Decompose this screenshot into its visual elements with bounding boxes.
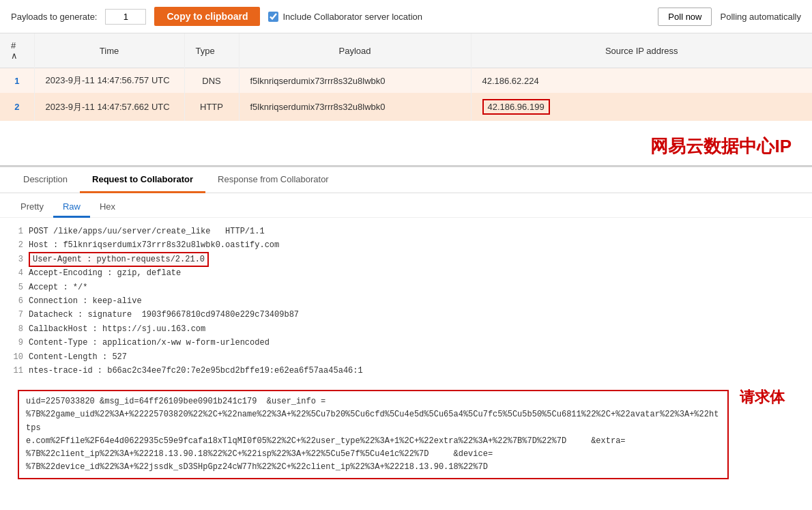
detail-panel: Description Request to Collaborator Resp… <box>0 167 812 487</box>
line-number: 7 <box>11 308 23 322</box>
cell-num: 1 <box>0 68 34 94</box>
col-header-num: # ∧ <box>0 33 34 68</box>
code-line: 5Accept : */* <box>11 281 801 294</box>
cell-num: 2 <box>0 93 34 121</box>
tab-response-from-collaborator[interactable]: Response from Collaborator <box>205 167 341 193</box>
line-text: Content-Type : application/x-ww w-form-u… <box>29 336 270 350</box>
code-line: 9Content-Type : application/x-ww w-form-… <box>11 336 801 350</box>
payloads-label: Payloads to generate: <box>11 12 97 22</box>
cell-source-ip: 42.186.96.199 <box>471 93 812 121</box>
line-text: Content-Length : 527 <box>29 350 127 364</box>
sub-tab-pretty[interactable]: Pretty <box>11 197 53 218</box>
code-line: 1POST /like/apps/uu/server/create_like H… <box>11 225 801 238</box>
code-line: 11ntes-trace-id : b66ac2c34ee7fc20:7e2e9… <box>11 364 801 378</box>
request-body-box: uid=2257033820 &msg_id=64ff26109bee0901b… <box>18 390 729 479</box>
line-number: 4 <box>11 266 23 280</box>
cell-payload: f5lknriqserdumix73rrr8s32u8lwbk0 <box>239 68 471 94</box>
code-line: 3User-Agent : python-requests/2.21.0 <box>11 253 801 266</box>
code-line: 2Host : f5lknriqserdumix73rrr8s32u8lwbk0… <box>11 238 801 252</box>
detail-tab-bar: Description Request to Collaborator Resp… <box>0 167 812 193</box>
cell-time: 2023-9月-11 14:47:56.757 UTC <box>34 68 184 94</box>
col-header-payload: Payload <box>239 33 471 68</box>
toolbar: Payloads to generate: Copy to clipboard … <box>0 0 812 33</box>
cell-payload: f5lknriqserdumix73rrr8s32u8lwbk0 <box>239 93 471 121</box>
line-number: 6 <box>11 294 23 308</box>
sub-tab-raw[interactable]: Raw <box>53 197 90 218</box>
annotation-ip: 网易云数据中心IP <box>0 121 812 165</box>
annotation-body: 请求体 <box>740 387 812 412</box>
col-header-source: Source IP address <box>471 33 812 68</box>
line-number: 11 <box>11 364 23 378</box>
line-text: Accept : */* <box>29 281 87 294</box>
line-text: POST /like/apps/uu/server/create_like HT… <box>29 225 265 238</box>
polling-status: Polling automatically <box>720 12 801 22</box>
code-content: 1POST /like/apps/uu/server/create_like H… <box>0 218 812 384</box>
interactions-table: # ∧ Time Type Payload Source IP address … <box>0 33 812 121</box>
include-location-label: Include Collaborator server location <box>282 12 422 22</box>
line-number: 1 <box>11 225 23 238</box>
sub-tab-hex[interactable]: Hex <box>90 197 125 218</box>
sub-tab-bar: Pretty Raw Hex <box>0 193 812 218</box>
col-header-time: Time <box>34 33 184 68</box>
line-text: Accept-Encoding : gzip, deflate <box>29 266 181 280</box>
table-row[interactable]: 1 2023-9月-11 14:47:56.757 UTC DNS f5lknr… <box>0 68 812 94</box>
poll-now-button[interactable]: Poll now <box>658 8 712 26</box>
cell-type: HTTP <box>184 93 239 121</box>
line-number: 8 <box>11 322 23 336</box>
table-row[interactable]: 2 2023-9月-11 14:47:57.662 UTC HTTP f5lkn… <box>0 93 812 121</box>
line-number: 5 <box>11 281 23 294</box>
line-text: Connection : keep-alive <box>29 294 142 308</box>
line-text: Host : f5lknriqserdumix73rrr8s32u8lwbk0.… <box>29 238 279 252</box>
interactions-table-section: # ∧ Time Type Payload Source IP address … <box>0 33 812 167</box>
code-line: 7Datacheck : signature 1903f9667810cd974… <box>11 308 801 322</box>
line-text: CallbackHost : https://sj.uu.163.com <box>29 322 205 336</box>
col-header-type: Type <box>184 33 239 68</box>
line-number: 2 <box>11 238 23 252</box>
cell-type: DNS <box>184 68 239 94</box>
code-line: 8CallbackHost : https://sj.uu.163.com <box>11 322 801 336</box>
include-location-checkbox[interactable] <box>268 12 278 22</box>
line-text: ntes-trace-id : b66ac2c34ee7fc20:7e2e95b… <box>29 364 363 378</box>
code-line: 10Content-Length : 527 <box>11 350 801 364</box>
cell-source-ip: 42.186.62.224 <box>471 68 812 94</box>
payloads-input[interactable] <box>105 9 146 25</box>
tab-description[interactable]: Description <box>11 167 80 193</box>
table-header-row: # ∧ Time Type Payload Source IP address <box>0 33 812 68</box>
line-number: 10 <box>11 350 23 364</box>
line-number: 3 <box>11 253 23 266</box>
line-text: Datacheck : signature 1903f9667810cd9748… <box>29 308 299 322</box>
highlight-user-agent: User-Agent : python-requests/2.21.0 <box>29 252 209 267</box>
code-line: 6Connection : keep-alive <box>11 294 801 308</box>
line-number: 9 <box>11 336 23 350</box>
code-line: 4Accept-Encoding : gzip, deflate <box>11 266 801 280</box>
copy-to-clipboard-button[interactable]: Copy to clipboard <box>154 7 260 26</box>
line-text: User-Agent : python-requests/2.21.0 <box>29 253 209 266</box>
tab-request-to-collaborator[interactable]: Request to Collaborator <box>80 167 205 193</box>
include-location-group: Include Collaborator server location <box>268 12 422 22</box>
cell-time: 2023-9月-11 14:47:57.662 UTC <box>34 93 184 121</box>
source-ip-highlighted: 42.186.96.199 <box>482 99 550 115</box>
